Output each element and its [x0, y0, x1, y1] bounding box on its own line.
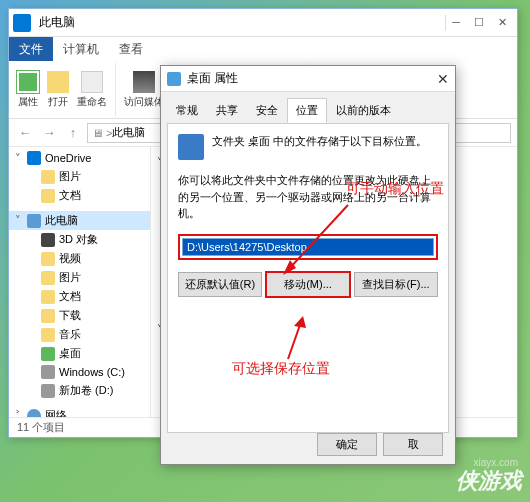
tab-location[interactable]: 位置	[287, 98, 327, 123]
sidebar-item-newd[interactable]: 新加卷 (D:)	[9, 381, 150, 400]
location-path-input[interactable]	[182, 238, 434, 256]
find-target-button[interactable]: 查找目标(F)...	[354, 272, 438, 297]
minimize-icon[interactable]: ─	[452, 16, 460, 29]
properties-dialog: 桌面 属性 ✕ 常规 共享 安全 位置 以前的版本 文件夹 桌面 中的文件存储于…	[160, 65, 456, 465]
path-highlight	[178, 234, 438, 260]
titlebar: 此电脑 ─ ☐ ✕	[9, 9, 517, 37]
nav-up-icon[interactable]: ↑	[63, 123, 83, 143]
tab-general[interactable]: 常规	[167, 98, 207, 123]
window-title: 此电脑	[39, 14, 439, 31]
svg-line-2	[288, 322, 301, 359]
nav-back-icon[interactable]: ←	[15, 123, 35, 143]
sidebar-item-thispc[interactable]: ˅此电脑	[9, 211, 150, 230]
sidebar-item-downloads[interactable]: 下载	[9, 306, 150, 325]
arrow-icon	[276, 314, 316, 364]
dialog-titlebar: 桌面 属性 ✕	[161, 66, 455, 92]
status-count: 11 个项目	[17, 421, 65, 433]
ribbon-rename[interactable]: 重命名	[77, 71, 107, 109]
restore-default-button[interactable]: 还原默认值(R)	[178, 272, 262, 297]
app-icon	[13, 14, 31, 32]
location-description: 文件夹 桌面 中的文件存储于以下目标位置。	[212, 134, 427, 160]
tabstrip: 常规 共享 安全 位置 以前的版本	[161, 92, 455, 123]
close-icon[interactable]: ✕	[498, 16, 507, 29]
sidebar: ˅OneDrive 图片 文档 ˅此电脑 3D 对象 视频 图片 文档 下载 音…	[9, 147, 151, 417]
sidebar-item-docs2[interactable]: 文档	[9, 287, 150, 306]
sidebar-item-3dobjects[interactable]: 3D 对象	[9, 230, 150, 249]
sidebar-item-winc[interactable]: Windows (C:)	[9, 363, 150, 381]
menubar: 文件 计算机 查看	[9, 37, 517, 61]
ribbon-open[interactable]: 打开	[47, 71, 69, 109]
menu-view[interactable]: 查看	[109, 37, 153, 61]
annotation-select: 可选择保存位置	[232, 360, 330, 378]
nav-forward-icon[interactable]: →	[39, 123, 59, 143]
sidebar-item-pictures2[interactable]: 图片	[9, 268, 150, 287]
sidebar-item-documents[interactable]: 文档	[9, 186, 150, 205]
sidebar-item-network[interactable]: ˃网络	[9, 406, 150, 417]
menu-file[interactable]: 文件	[9, 37, 53, 61]
close-icon[interactable]: ✕	[437, 71, 449, 87]
maximize-icon[interactable]: ☐	[474, 16, 484, 29]
tab-previous[interactable]: 以前的版本	[327, 98, 400, 123]
sidebar-item-onedrive[interactable]: ˅OneDrive	[9, 149, 150, 167]
tab-security[interactable]: 安全	[247, 98, 287, 123]
ribbon-properties[interactable]: 属性	[17, 71, 39, 109]
cancel-button[interactable]: 取	[383, 433, 443, 456]
tab-share[interactable]: 共享	[207, 98, 247, 123]
sidebar-item-desktop[interactable]: 桌面	[9, 344, 150, 363]
svg-marker-3	[294, 316, 306, 328]
folder-icon	[178, 134, 204, 160]
dialog-title: 桌面 属性	[187, 70, 437, 87]
sidebar-item-pictures[interactable]: 图片	[9, 167, 150, 186]
dialog-icon	[167, 72, 181, 86]
move-button[interactable]: 移动(M)...	[266, 272, 350, 297]
ok-button[interactable]: 确定	[317, 433, 377, 456]
watermark: 侠侠游戏游戏	[456, 466, 522, 496]
menu-computer[interactable]: 计算机	[53, 37, 109, 61]
ribbon-media[interactable]: 访问媒体	[124, 71, 164, 109]
tab-content: 文件夹 桌面 中的文件存储于以下目标位置。 你可以将此文件夹中文件存储的位置更改…	[167, 123, 449, 433]
sidebar-item-music[interactable]: 音乐	[9, 325, 150, 344]
annotation-input: 可手动输入位置	[346, 180, 444, 198]
sidebar-item-videos[interactable]: 视频	[9, 249, 150, 268]
